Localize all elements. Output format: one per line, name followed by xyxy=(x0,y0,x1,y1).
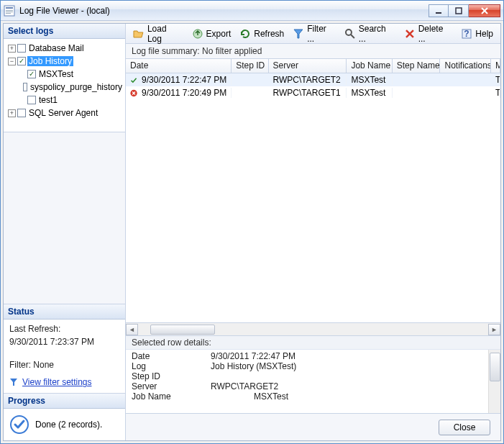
svg-rect-6 xyxy=(456,8,462,14)
window-buttons xyxy=(429,4,500,17)
toolbar-label: Load Log xyxy=(147,24,183,44)
close-button[interactable]: Close xyxy=(439,420,490,435)
toolbar: Load Log Export Refresh Filter ... Searc… xyxy=(126,24,500,44)
expand-icon[interactable]: + xyxy=(8,109,16,117)
spacer-icon xyxy=(18,71,26,78)
checkbox[interactable]: ✓ xyxy=(17,57,26,65)
cell-server: RWPC\TARGET1 xyxy=(269,88,347,98)
footer: Close xyxy=(126,413,500,440)
col-server[interactable]: Server xyxy=(269,59,347,73)
log-summary: Log file summary: No filter applied xyxy=(126,44,500,59)
tree-node-job-history[interactable]: − ✓ Job History xyxy=(5,55,124,68)
scroll-right-arrow[interactable]: ► xyxy=(488,324,500,335)
refresh-button[interactable]: Refresh xyxy=(237,27,287,41)
svg-rect-1 xyxy=(6,7,13,9)
delete-button[interactable]: Delete ... xyxy=(401,22,456,45)
tree-node-test1[interactable]: test1 xyxy=(5,94,124,107)
col-m[interactable]: M xyxy=(491,59,500,73)
toolbar-label: Export xyxy=(206,29,232,39)
cell-date: 9/30/2011 7:20:49 PM xyxy=(142,88,226,98)
horizontal-scrollbar[interactable]: ◄ ► xyxy=(126,322,500,335)
collapse-icon[interactable]: − xyxy=(8,58,16,65)
last-refresh-label: Last Refresh: xyxy=(9,324,119,334)
folder-open-icon xyxy=(133,28,145,40)
logs-tree[interactable]: + Database Mail − ✓ Job History ✓ MSXTes… xyxy=(4,39,125,132)
toolbar-label: Filter ... xyxy=(307,24,336,44)
tree-label: test1 xyxy=(37,95,59,105)
tree-node-database-mail[interactable]: + Database Mail xyxy=(5,42,124,55)
details-pane: Selected row details: Date9/30/2011 7:22… xyxy=(126,335,500,413)
export-icon xyxy=(192,28,203,40)
tree-label: Job History xyxy=(27,56,73,66)
toolbar-label: Delete ... xyxy=(418,24,453,44)
main-body: Select logs + Database Mail − ✓ Job Hist… xyxy=(3,23,501,441)
minimize-button[interactable] xyxy=(429,4,449,17)
col-date[interactable]: Date xyxy=(126,59,232,73)
tree-label: Database Mail xyxy=(27,43,86,53)
grid: Date Step ID Server Job Name Step Name N… xyxy=(126,59,500,335)
col-step-name[interactable]: Step Name xyxy=(393,59,441,73)
cell-job: MSXTest xyxy=(347,75,392,85)
close-window-button[interactable] xyxy=(469,4,500,17)
filter-link-label: View filter settings xyxy=(22,377,92,387)
col-step-id[interactable]: Step ID xyxy=(232,59,268,73)
maximize-button[interactable] xyxy=(449,4,469,17)
details-body[interactable]: Date9/30/2011 7:22:47 PM LogJob History … xyxy=(126,350,500,413)
last-refresh-value: 9/30/2011 7:23:37 PM xyxy=(9,337,119,347)
done-icon xyxy=(9,414,29,435)
table-row[interactable]: 9/30/2011 7:20:49 PM RWPC\TARGET1 MSXTes… xyxy=(126,86,500,99)
tree-node-sql-agent[interactable]: + SQL Server Agent xyxy=(5,107,124,119)
detail-row: Date9/30/2011 7:22:47 PM xyxy=(132,351,495,361)
window-title: Log File Viewer - (local) xyxy=(19,6,429,16)
scroll-left-arrow[interactable]: ◄ xyxy=(126,324,138,335)
detail-key: Job Name xyxy=(132,391,211,402)
vertical-scrollbar[interactable] xyxy=(488,350,500,413)
detail-value: MSXTest xyxy=(211,391,288,402)
toolbar-label: Refresh xyxy=(254,29,284,39)
right-panel: Load Log Export Refresh Filter ... Searc… xyxy=(126,24,500,440)
filter-icon xyxy=(9,378,18,386)
checkbox[interactable] xyxy=(23,83,27,91)
checkbox[interactable] xyxy=(17,109,26,117)
checkbox[interactable] xyxy=(17,44,26,53)
expand-icon[interactable]: + xyxy=(8,45,16,53)
delete-icon xyxy=(404,28,416,40)
tree-node-syspolicy[interactable]: syspolicy_purge_history xyxy=(5,81,124,94)
svg-rect-3 xyxy=(6,12,13,12)
checkbox[interactable]: ✓ xyxy=(27,70,36,78)
success-icon xyxy=(130,76,137,85)
cell-job: MSXTest xyxy=(347,88,392,98)
svg-point-9 xyxy=(346,30,352,35)
filter-button[interactable]: Filter ... xyxy=(290,22,339,45)
table-row[interactable]: 9/30/2011 7:22:47 PM RWPC\TARGET2 MSXTes… xyxy=(126,73,500,86)
progress-body: Done (2 records). xyxy=(4,409,125,440)
tree-node-msxtest[interactable]: ✓ MSXTest xyxy=(5,68,124,81)
export-button[interactable]: Export xyxy=(189,27,234,41)
detail-key: Date xyxy=(132,351,211,361)
cell-m: T xyxy=(491,75,500,85)
col-job-name[interactable]: Job Name xyxy=(347,59,392,73)
left-panel: Select logs + Database Mail − ✓ Job Hist… xyxy=(4,24,126,440)
detail-row: Step ID xyxy=(132,371,495,381)
title-bar[interactable]: Log File Viewer - (local) xyxy=(1,1,503,21)
tree-label: MSXTest xyxy=(37,69,75,79)
detail-row: LogJob History (MSXTest) xyxy=(132,361,495,371)
cell-date: 9/30/2011 7:22:47 PM xyxy=(142,75,226,85)
grid-header[interactable]: Date Step ID Server Job Name Step Name N… xyxy=(126,59,500,73)
scroll-thumb[interactable] xyxy=(490,353,500,381)
help-button[interactable]: ? Help xyxy=(458,27,496,41)
checkbox[interactable] xyxy=(27,96,36,104)
svg-rect-4 xyxy=(6,13,11,14)
app-icon xyxy=(4,5,15,17)
filter-icon xyxy=(293,28,304,40)
view-filter-settings-link[interactable]: View filter settings xyxy=(9,377,92,387)
toolbar-label: Help xyxy=(475,29,493,39)
search-button[interactable]: Search ... xyxy=(342,22,398,45)
col-notifications[interactable]: Notifications xyxy=(440,59,491,73)
help-icon: ? xyxy=(461,28,472,40)
scroll-thumb[interactable] xyxy=(150,325,215,335)
left-spacer xyxy=(4,132,125,304)
select-logs-header: Select logs xyxy=(4,24,125,39)
load-log-button[interactable]: Load Log xyxy=(130,22,186,45)
grid-body[interactable]: 9/30/2011 7:22:47 PM RWPC\TARGET2 MSXTes… xyxy=(126,73,500,322)
